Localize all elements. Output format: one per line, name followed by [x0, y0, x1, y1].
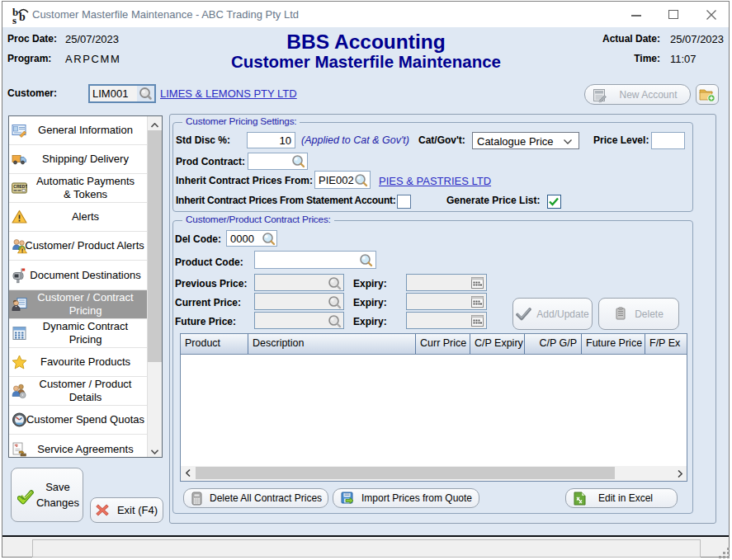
svg-text:b: b [19, 11, 26, 23]
svg-text:s: s [12, 14, 17, 25]
